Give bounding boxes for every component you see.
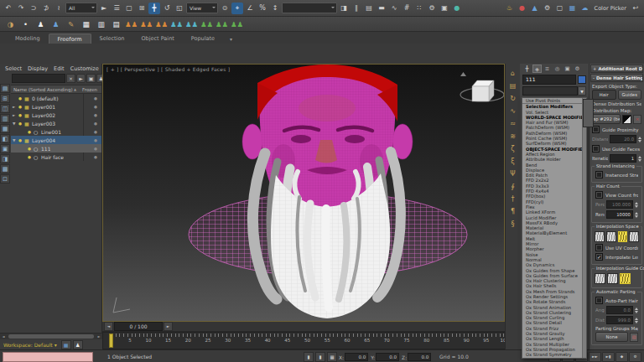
combo-dropdown-arrow-icon[interactable]: ▼ [578,86,586,96]
frozen-dot-icon[interactable]: ● [94,122,97,126]
time-configuration-icon[interactable]: ⚙ [629,352,641,362]
expand-arrow-icon[interactable]: ▼ [13,122,18,126]
distance-field[interactable]: 20.0 [610,135,636,143]
dropdown-scrollbar[interactable] [582,98,586,358]
interp-space-thumb-2[interactable] [606,231,616,242]
distance-spinner[interactable] [638,137,641,142]
ornatrix-update-icon[interactable]: ↻ [507,93,519,104]
iterations-field[interactable]: 1 [610,154,636,163]
render-setup-icon[interactable]: ⚙ [426,3,438,14]
populate-pair-icon[interactable]: ♟♟ [169,18,184,30]
workspace-dropdown-arrow[interactable]: ▾ [55,342,57,348]
explorer-tool-icon-7[interactable]: ▣ [0,144,10,153]
create-tab-icon[interactable]: ╋ [522,65,532,73]
selection-lock-icon[interactable]: ▦ [327,352,337,362]
visibility-bulb-icon[interactable]: ● [18,105,24,109]
visibility-bulb-icon[interactable]: ● [18,138,24,142]
scroll-right-icon[interactable]: ► [96,334,102,339]
monitor-icon[interactable]: ▢ [554,3,566,14]
select-by-name-icon[interactable]: ☰ [111,3,122,14]
map-swatch[interactable] [622,115,631,124]
ribbon-tab[interactable]: Selection [91,34,133,44]
curve-editor-icon[interactable]: ∿ [388,3,400,14]
workspace-manage-icon[interactable]: ▦ [61,340,71,349]
pin-stack-icon[interactable]: ▮ [304,352,314,362]
use-guide-faces-checkbox[interactable] [592,145,600,153]
state-sets-icon[interactable]: ▦ [567,3,579,14]
ornatrix-section-icon[interactable]: § [507,219,519,230]
color-picker-label[interactable]: Color Picker [592,3,629,14]
wireframe-color-swatch[interactable] [578,75,586,84]
percentage-spinner[interactable] [635,202,638,208]
populate-pair2-icon[interactable]: ♟♟ [184,18,199,30]
cloth-shirt-icon[interactable]: ♟ [34,18,48,30]
hair-button[interactable]: Hair [592,90,616,100]
coordinate-input[interactable]: 0.0 [376,353,399,361]
modify-tab-icon[interactable]: ◈ [532,65,542,73]
ornatrix-curl-icon[interactable]: ζ [507,143,519,154]
visibility-bulb-icon[interactable]: ● [18,96,24,101]
go-to-end-icon[interactable]: ►▮ [602,352,615,362]
explorer-tool-icon-2[interactable]: ⊞ [0,94,10,103]
render-count-field[interactable]: 10000 [606,210,633,219]
dist-threshold-field[interactable]: 999.0 [606,316,633,324]
time-slider-handle[interactable] [109,334,113,348]
frozen-column-header[interactable]: Frozen [80,87,97,92]
spinner-snap-icon[interactable]: ↕ [269,3,281,14]
ornatrix-panel-icon[interactable]: ▤ [507,80,519,91]
current-frame-indicator[interactable]: 0 / 100 [114,322,163,331]
explorer-tool-icon-5[interactable]: ▦ [0,124,10,133]
visibility-bulb-icon[interactable]: ● [18,113,24,117]
distribution-map-button[interactable]: ap #292 (beard.exr) [592,114,621,124]
render-production-icon[interactable]: ● [451,3,463,14]
render-teapot-icon[interactable]: ♨ [504,3,516,14]
iterations-spinner[interactable] [638,156,641,162]
rendered-frame-icon[interactable]: ▣ [439,3,450,14]
ornatrix-hair-icon[interactable]: ≋ [507,131,519,142]
hierarchy-tab-icon[interactable]: ≡ [543,65,552,73]
guide-count-thumb-3[interactable] [620,273,631,284]
percentage-field[interactable]: 100.000 [606,200,633,209]
populate-sim2-icon[interactable]: ♟♟ [215,18,229,30]
select-and-scale-icon[interactable]: ◱ [174,3,185,14]
use-pivot-point-icon[interactable]: ⊙ [219,3,231,14]
select-and-link-icon[interactable]: ⊃ [28,3,39,14]
visibility-bulb-icon[interactable]: ● [28,147,34,151]
explorer-tool-icon-1[interactable]: ▤ [0,84,10,93]
ribbon-tab[interactable]: Populate [183,34,223,44]
search-input[interactable] [12,74,65,83]
auto-part-hair-checkbox[interactable] [595,297,603,304]
selection-filter-dropdown[interactable]: All [65,3,97,13]
timeline-track-bar[interactable]: 5101520253035404550556065707580859095100 [102,332,513,349]
render-count-spinner[interactable] [635,212,638,218]
select-object-icon[interactable]: ► [98,3,110,14]
angle-snap-icon[interactable]: ∠ [244,3,256,14]
list-item[interactable]: ● ▦ 0 (default) ● [11,94,101,102]
snaps-toggle-icon[interactable]: ⌖ [231,3,243,14]
menu-item[interactable]: Customize [70,65,99,72]
dot-icon[interactable]: • [18,18,33,30]
modifier-list-field[interactable] [522,86,578,96]
edit-box-icon[interactable]: ▦ [79,18,93,30]
utilities-tab-icon[interactable]: ⚙ [573,65,582,73]
dist-threshold-spinner[interactable] [635,318,638,323]
ornatrix-guides-icon[interactable]: ≈ [507,118,519,129]
menu-item[interactable]: Select [5,65,22,72]
motion-tab-icon[interactable]: ◎ [553,65,562,73]
next-frame-arrow[interactable]: ► [164,322,173,331]
cloth-drag-icon[interactable]: ♟ [49,18,63,30]
ornatrix-loop-icon[interactable]: ∮ [507,181,519,192]
parting-map-none-button[interactable]: None [595,332,628,342]
viewport[interactable]: [ + ] [ Perspective ] [ Shaded + Edged F… [102,64,505,322]
frozen-dot-icon[interactable]: ● [94,147,97,151]
visibility-bulb-icon[interactable]: ● [18,122,24,126]
use-uv-coords-checkbox[interactable] [595,244,603,251]
view-count-from-render-checkbox[interactable] [595,191,603,199]
material-editor-icon[interactable]: ∷ [413,3,425,14]
parting-map-icon[interactable]: ▨ [630,333,638,342]
list-item[interactable]: ● ○ Line001 ● [11,127,101,136]
frozen-dot-icon[interactable]: ● [94,105,97,109]
paint-deform-icon[interactable]: ◑ [3,18,18,30]
object-name-field[interactable]: 111 [522,75,576,85]
unlink-selection-icon[interactable]: ⊅ [40,3,52,14]
